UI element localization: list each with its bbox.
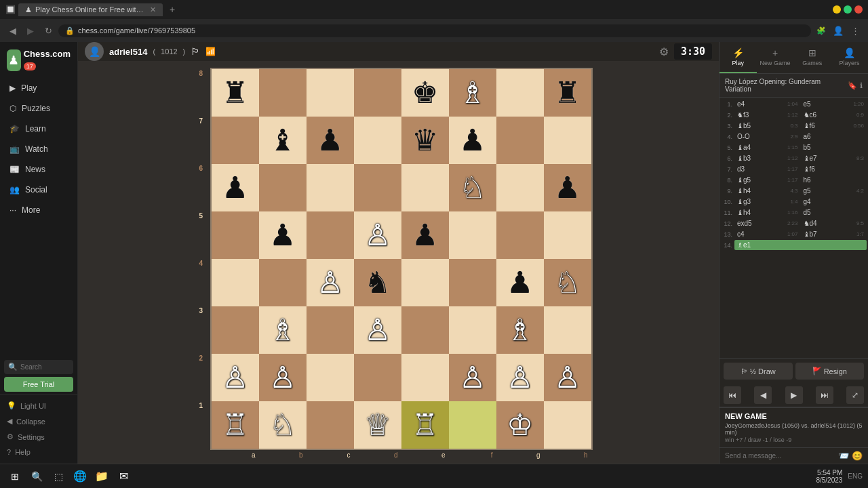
last-move-btn[interactable]: ⏭ [816,386,833,404]
emoji-icon[interactable]: 😊 [852,451,863,461]
bookmark-icon[interactable]: 🔖 [848,81,857,90]
board-square[interactable]: ♟ [544,164,591,211]
tab-games[interactable]: ⊞ Games [794,42,831,73]
explorer-taskbar-icon[interactable]: 📁 [92,467,111,486]
tab-new-game[interactable]: + New Game [757,42,794,73]
new-tab-btn[interactable]: + [165,3,179,16]
board-square[interactable]: ♜ [544,69,591,117]
board-square[interactable]: ♕ [354,401,401,449]
forward-btn[interactable]: ▶ [23,23,38,38]
white-move-btn[interactable]: d31:17 [734,164,801,174]
board-square[interactable]: ♙ [544,354,591,401]
free-trial-button[interactable]: Free Trial [4,377,73,392]
tab-play[interactable]: ⚡ Play [719,42,757,73]
white-move-btn[interactable]: c41:07 [734,229,801,239]
menu-btn[interactable]: ⋮ [848,23,863,38]
black-move-btn[interactable]: ♝f60:56 [801,121,867,131]
board-square[interactable]: ♟ [212,164,259,211]
white-move-btn[interactable]: exd52:23 [734,218,801,228]
board-square[interactable]: ♜ [212,69,259,117]
board-square[interactable] [496,117,544,164]
white-move-btn[interactable]: ♝b50:3 [734,121,801,131]
black-move-btn[interactable]: ♝e78:3 [801,153,867,163]
chat-input[interactable] [725,452,835,460]
white-move-btn[interactable]: ♝b31:12 [734,153,801,163]
taskview-btn[interactable]: ⬚ [49,467,68,486]
white-move-btn[interactable]: ♝a41:15 [734,142,801,152]
board-square[interactable]: ♛ [401,117,449,164]
white-move-btn[interactable]: ♝g51:17 [734,175,801,185]
black-move-btn[interactable]: d5 [801,207,867,218]
board-square[interactable] [212,259,259,306]
sidebar-item-puzzles[interactable]: ⬡ Puzzles [3,99,75,118]
board-square[interactable] [354,164,401,211]
extensions-btn[interactable]: 🧩 [814,23,829,38]
board-square[interactable] [449,211,496,259]
board-square[interactable]: ♟ [496,259,544,306]
browser-tab[interactable]: ♟ Play Chess Online for Free with Friend… [18,3,163,16]
board-square[interactable] [401,306,449,354]
board-square[interactable]: ♟ [307,117,354,164]
board-square[interactable]: ♙ [212,354,259,401]
board-square[interactable] [354,117,401,164]
board-square[interactable]: ♙ [259,354,307,401]
board-square[interactable] [212,211,259,259]
black-move-btn[interactable]: ♞d49:5 [801,218,867,228]
info-icon[interactable]: ℹ [860,81,863,90]
white-move-btn[interactable]: ♞f31:12 [734,110,801,120]
white-move-btn[interactable]: O-O2:9 [734,131,801,142]
send-icon[interactable]: 📨 [838,451,849,461]
board-square[interactable]: ♘ [449,164,496,211]
board-square[interactable] [449,401,496,449]
search-btn[interactable]: 🔍 [27,467,46,486]
logo[interactable]: ♟ Chess.com 17 [0,46,77,78]
board-square[interactable] [259,164,307,211]
sidebar-item-social[interactable]: 👥 Social [3,180,75,199]
black-move-btn[interactable]: h6 [801,175,867,185]
search-input[interactable] [20,363,69,371]
close-tab-icon[interactable]: ✕ [150,5,156,14]
black-move-btn[interactable]: g54:2 [801,186,867,196]
board-square[interactable] [307,211,354,259]
settings-btn[interactable]: ⚙ [659,45,669,58]
board-square[interactable]: ♖ [401,401,449,449]
profile-btn[interactable]: 👤 [831,23,846,38]
prev-move-btn[interactable]: ◀ [754,386,772,404]
board-square[interactable] [259,259,307,306]
sidebar-item-more[interactable]: ··· More [3,201,75,220]
board-square[interactable]: ♞ [354,259,401,306]
board-square[interactable] [544,306,591,354]
board-square[interactable]: ♚ [401,69,449,117]
black-move-btn[interactable]: a6 [801,131,867,142]
black-move-btn[interactable]: g4 [801,197,867,207]
board-square[interactable]: ♙ [354,211,401,259]
flip-board-btn[interactable]: ⤢ [846,386,864,404]
white-move-btn[interactable]: ♝h44:3 [734,186,801,196]
black-move-btn[interactable]: ♝f6 [801,164,867,174]
board-square[interactable] [307,306,354,354]
board-square[interactable] [307,401,354,449]
sidebar-item-settings[interactable]: ⚙ Settings [0,429,77,445]
board-square[interactable] [544,211,591,259]
black-move-btn[interactable]: ♞c60:9 [801,110,867,120]
board-square[interactable]: ♙ [307,259,354,306]
close-btn[interactable] [854,5,863,14]
board-square[interactable] [354,69,401,117]
board-square[interactable]: ♗ [496,306,544,354]
board-square[interactable]: ♙ [496,354,544,401]
board-square[interactable]: ♔ [496,401,544,449]
board-square[interactable]: ♘ [259,401,307,449]
white-move-btn[interactable]: e41:04 [734,99,801,109]
board-square[interactable] [212,306,259,354]
next-move-btn[interactable]: ▶ [785,386,803,404]
sidebar-item-collapse[interactable]: ◀ Collapse [0,413,77,429]
maximize-btn[interactable] [844,5,852,14]
board-square[interactable] [544,117,591,164]
board-square[interactable]: ♝ [259,117,307,164]
draw-btn[interactable]: 🏳 ½ Draw [724,363,793,380]
board-square[interactable]: ♖ [212,401,259,449]
sidebar-item-help[interactable]: ? Help [0,445,77,460]
black-move-btn[interactable]: e51:20 [801,99,867,109]
white-move-btn[interactable]: ♗e1 [734,240,867,250]
board-square[interactable] [449,259,496,306]
